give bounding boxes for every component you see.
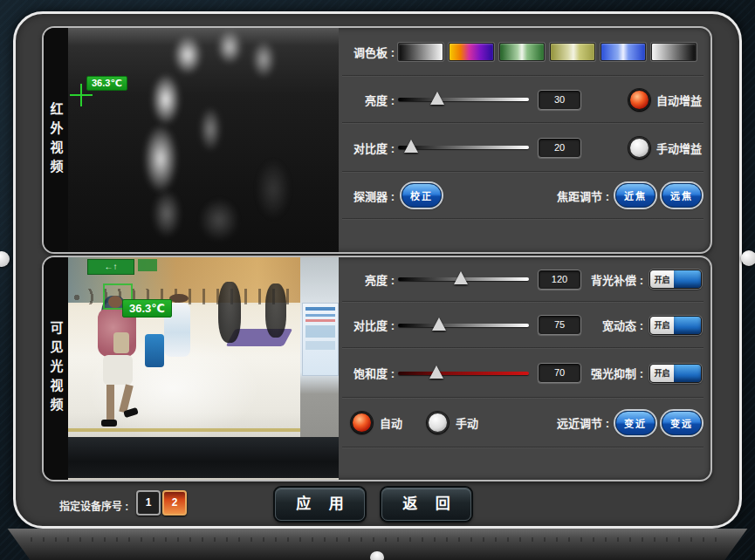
zoom-near-button[interactable]: 变近 <box>615 411 655 435</box>
detector-label: 探测器 : <box>339 188 395 204</box>
manual-gain-label: 手动增益 <box>656 140 702 156</box>
zoom-adjust-label: 远近调节 : <box>557 414 609 431</box>
manual-mode-label: 手动 <box>456 414 478 431</box>
device-1-button[interactable]: 1 <box>136 490 161 516</box>
ir-brightness-label: 亮度 : <box>339 92 395 108</box>
vis-contrast-label: 对比度 : <box>339 317 395 333</box>
blue-suitcase <box>145 334 164 367</box>
stand-vent-ticks <box>31 537 725 542</box>
thermal-figure <box>256 159 291 220</box>
palette-green-swatch[interactable] <box>499 43 545 61</box>
saturation-value[interactable]: 70 <box>538 363 581 383</box>
visible-temp-badge: 36.3℃ <box>122 299 172 318</box>
device-2-button[interactable]: 2 <box>162 490 187 516</box>
man-shorts <box>103 355 133 385</box>
vis-brightness-slider[interactable] <box>398 270 529 288</box>
ir-brightness-slider[interactable] <box>398 91 529 108</box>
man-bag <box>113 332 129 353</box>
calibrate-button[interactable]: 校正 <box>402 183 442 208</box>
back-button[interactable]: 返 回 <box>381 488 471 521</box>
backlight-toggle-state: 开启 <box>650 270 674 288</box>
auto-gain-label: 自动增益 <box>656 92 702 108</box>
infrared-side-label: 红外视频 <box>47 102 65 179</box>
far-focus-button[interactable]: 远焦 <box>662 183 702 208</box>
auto-mode-label: 自动 <box>380 414 402 431</box>
saturation-slider[interactable] <box>398 365 529 382</box>
manual-mode-radio[interactable] <box>427 412 449 434</box>
infrared-controls: 调色板 : 亮度 : <box>339 28 710 252</box>
hlc-label: 强光抑制 : <box>591 365 643 381</box>
thermal-video-feed: 36.3℃ <box>68 28 339 252</box>
thermal-figure <box>216 30 243 65</box>
palette-black-hot-swatch[interactable] <box>651 43 697 61</box>
dark-mat <box>68 437 339 478</box>
vis-brightness-label: 亮度 : <box>339 271 395 288</box>
pillar-ad <box>302 303 339 376</box>
ir-contrast-value[interactable]: 20 <box>538 138 581 158</box>
left-edge-knob <box>0 251 10 267</box>
palette-yellow-green-swatch[interactable] <box>550 43 595 61</box>
vis-contrast-value[interactable]: 75 <box>538 315 581 335</box>
thermal-figure <box>199 106 222 152</box>
auto-gain-radio[interactable] <box>628 89 650 111</box>
visible-panel: 可见光视频 ←↑ <box>42 256 712 481</box>
caution-line <box>68 428 300 432</box>
palette-blue-swatch[interactable] <box>601 43 646 61</box>
manual-gain-radio[interactable] <box>628 137 650 159</box>
near-focus-button[interactable]: 近焦 <box>615 183 655 208</box>
backlight-toggle[interactable]: 开启 <box>649 270 702 289</box>
exit-sign: ←↑ <box>87 259 134 275</box>
person-dark-2 <box>265 283 286 338</box>
stand-notch <box>370 551 384 560</box>
thermal-figure <box>152 189 182 238</box>
woman-head <box>169 294 189 303</box>
saturation-label: 饱和度 : <box>339 365 395 381</box>
infrared-panel: 红外视频 36.3℃ <box>42 26 712 254</box>
thermal-temp-badge: 36.3℃ <box>86 76 127 91</box>
device-number-label: 指定设备序号 : <box>59 498 128 513</box>
wdr-toggle-state: 开启 <box>650 317 674 334</box>
palette-label: 调色板 : <box>339 44 395 60</box>
right-edge-knob <box>741 250 755 266</box>
wdr-toggle[interactable]: 开启 <box>649 316 702 335</box>
thermal-figure <box>199 198 239 242</box>
visible-video-feed: ←↑ <box>68 257 339 480</box>
auto-mode-radio[interactable] <box>351 412 373 434</box>
green-sign-small <box>138 259 157 271</box>
person-dark <box>218 282 241 343</box>
hlc-toggle[interactable]: 开启 <box>649 364 702 383</box>
thermal-figure <box>251 40 276 79</box>
focus-adjust-label: 焦距调节 : <box>557 188 609 204</box>
man-leg <box>106 385 114 421</box>
palette-swatches <box>398 43 697 61</box>
ir-brightness-value[interactable]: 30 <box>538 90 581 110</box>
zoom-far-button[interactable]: 变远 <box>662 411 702 435</box>
device-screen: 红外视频 36.3℃ <box>0 0 755 560</box>
vis-brightness-value[interactable]: 120 <box>538 270 581 290</box>
visible-controls: 亮度 : 120 背光补偿 : 开启 <box>339 257 710 480</box>
vis-contrast-slider[interactable] <box>398 317 529 334</box>
backlight-label: 背光补偿 : <box>591 271 643 288</box>
thermal-figure <box>143 124 178 194</box>
stand-base <box>0 529 755 560</box>
apply-button[interactable]: 应 用 <box>275 488 365 521</box>
ir-contrast-slider[interactable] <box>398 139 529 156</box>
palette-white-hot-swatch[interactable] <box>398 43 443 61</box>
infrared-side-strip: 红外视频 <box>44 28 68 252</box>
man-shoe <box>101 420 117 427</box>
wdr-label: 宽动态 : <box>602 317 643 333</box>
thermal-figure <box>173 35 202 75</box>
hlc-toggle-state: 开启 <box>650 365 674 382</box>
visible-side-label: 可见光视频 <box>47 321 65 417</box>
thermal-figure <box>151 73 181 126</box>
main-panel: 红外视频 36.3℃ <box>13 11 742 529</box>
visible-side-strip: 可见光视频 <box>44 257 68 480</box>
ir-contrast-label: 对比度 : <box>339 140 395 156</box>
palette-rainbow-swatch[interactable] <box>449 43 494 61</box>
